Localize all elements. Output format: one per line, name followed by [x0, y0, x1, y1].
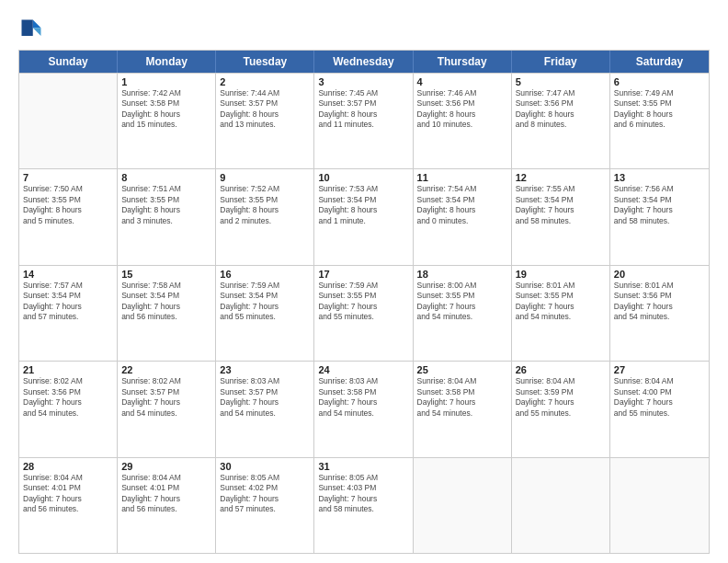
- day-info: Sunrise: 8:03 AM Sunset: 3:57 PM Dayligh…: [220, 376, 310, 419]
- day-number: 13: [614, 172, 705, 183]
- day-number: 3: [318, 76, 408, 87]
- weekday-header: Friday: [512, 51, 610, 73]
- calendar: SundayMondayTuesdayWednesdayThursdayFrid…: [18, 50, 710, 554]
- day-number: 25: [417, 364, 507, 375]
- day-number: 8: [121, 172, 211, 183]
- calendar-empty-cell: [512, 458, 610, 553]
- calendar-day-7: 7Sunrise: 7:50 AM Sunset: 3:55 PM Daylig…: [19, 169, 118, 264]
- calendar-week: 1Sunrise: 7:42 AM Sunset: 3:58 PM Daylig…: [19, 73, 709, 168]
- day-info: Sunrise: 7:42 AM Sunset: 3:58 PM Dayligh…: [121, 88, 211, 131]
- calendar-week: 14Sunrise: 7:57 AM Sunset: 3:54 PM Dayli…: [19, 265, 709, 361]
- day-info: Sunrise: 8:02 AM Sunset: 3:56 PM Dayligh…: [23, 376, 113, 419]
- calendar-day-30: 30Sunrise: 8:05 AM Sunset: 4:02 PM Dayli…: [216, 458, 314, 553]
- day-info: Sunrise: 7:47 AM Sunset: 3:56 PM Dayligh…: [516, 88, 606, 131]
- day-info: Sunrise: 8:05 AM Sunset: 4:03 PM Dayligh…: [318, 473, 408, 515]
- calendar-week: 7Sunrise: 7:50 AM Sunset: 3:55 PM Daylig…: [19, 168, 709, 264]
- day-info: Sunrise: 7:56 AM Sunset: 3:54 PM Dayligh…: [614, 184, 705, 226]
- day-number: 11: [417, 172, 507, 183]
- day-info: Sunrise: 7:54 AM Sunset: 3:54 PM Dayligh…: [417, 184, 507, 226]
- weekday-header: Wednesday: [314, 51, 413, 73]
- day-info: Sunrise: 7:58 AM Sunset: 3:54 PM Dayligh…: [121, 281, 211, 323]
- calendar-day-16: 16Sunrise: 7:59 AM Sunset: 3:54 PM Dayli…: [216, 266, 314, 361]
- calendar-day-26: 26Sunrise: 8:04 AM Sunset: 3:59 PM Dayli…: [512, 362, 610, 456]
- calendar-day-23: 23Sunrise: 8:03 AM Sunset: 3:57 PM Dayli…: [216, 362, 314, 456]
- calendar-day-31: 31Sunrise: 8:05 AM Sunset: 4:03 PM Dayli…: [314, 458, 413, 553]
- calendar-empty-cell: [19, 74, 118, 168]
- weekday-header: Monday: [118, 51, 216, 73]
- calendar-day-4: 4Sunrise: 7:46 AM Sunset: 3:56 PM Daylig…: [414, 74, 512, 168]
- day-number: 14: [23, 269, 113, 280]
- day-info: Sunrise: 8:01 AM Sunset: 3:55 PM Dayligh…: [516, 281, 606, 323]
- day-number: 23: [220, 364, 310, 375]
- day-info: Sunrise: 7:52 AM Sunset: 3:55 PM Dayligh…: [220, 184, 310, 226]
- day-info: Sunrise: 7:45 AM Sunset: 3:57 PM Dayligh…: [318, 88, 408, 131]
- day-number: 29: [121, 461, 211, 472]
- day-info: Sunrise: 8:03 AM Sunset: 3:58 PM Dayligh…: [318, 376, 408, 419]
- svg-marker-1: [33, 28, 41, 36]
- calendar-day-12: 12Sunrise: 7:55 AM Sunset: 3:54 PM Dayli…: [512, 169, 610, 264]
- day-info: Sunrise: 7:46 AM Sunset: 3:56 PM Dayligh…: [417, 88, 507, 131]
- day-number: 18: [417, 269, 507, 280]
- calendar-day-10: 10Sunrise: 7:53 AM Sunset: 3:54 PM Dayli…: [314, 169, 413, 264]
- calendar-day-5: 5Sunrise: 7:47 AM Sunset: 3:56 PM Daylig…: [512, 74, 610, 168]
- calendar-day-11: 11Sunrise: 7:54 AM Sunset: 3:54 PM Dayli…: [414, 169, 512, 264]
- day-number: 22: [121, 364, 211, 375]
- day-number: 30: [220, 461, 310, 472]
- day-info: Sunrise: 8:05 AM Sunset: 4:02 PM Dayligh…: [220, 473, 310, 515]
- calendar-day-8: 8Sunrise: 7:51 AM Sunset: 3:55 PM Daylig…: [118, 169, 216, 264]
- weekday-header: Saturday: [610, 51, 709, 73]
- calendar-day-9: 9Sunrise: 7:52 AM Sunset: 3:55 PM Daylig…: [216, 169, 314, 264]
- calendar-day-28: 28Sunrise: 8:04 AM Sunset: 4:01 PM Dayli…: [19, 458, 118, 553]
- weekday-header: Thursday: [414, 51, 512, 73]
- calendar-day-29: 29Sunrise: 8:04 AM Sunset: 4:01 PM Dayli…: [118, 458, 216, 553]
- day-number: 21: [23, 364, 113, 375]
- calendar-day-1: 1Sunrise: 7:42 AM Sunset: 3:58 PM Daylig…: [118, 74, 216, 168]
- day-number: 16: [220, 269, 310, 280]
- day-info: Sunrise: 8:04 AM Sunset: 3:58 PM Dayligh…: [417, 376, 507, 419]
- day-number: 20: [614, 269, 705, 280]
- calendar-day-24: 24Sunrise: 8:03 AM Sunset: 3:58 PM Dayli…: [314, 362, 413, 456]
- day-info: Sunrise: 8:04 AM Sunset: 4:01 PM Dayligh…: [23, 473, 113, 515]
- day-number: 1: [121, 76, 211, 87]
- day-info: Sunrise: 8:04 AM Sunset: 3:59 PM Dayligh…: [516, 376, 606, 419]
- day-number: 28: [23, 461, 113, 472]
- day-info: Sunrise: 7:50 AM Sunset: 3:55 PM Dayligh…: [23, 184, 113, 226]
- day-info: Sunrise: 8:00 AM Sunset: 3:55 PM Dayligh…: [417, 281, 507, 323]
- day-number: 31: [318, 461, 408, 472]
- day-info: Sunrise: 7:55 AM Sunset: 3:54 PM Dayligh…: [516, 184, 606, 226]
- day-number: 10: [318, 172, 408, 183]
- calendar-empty-cell: [414, 458, 512, 553]
- calendar-day-2: 2Sunrise: 7:44 AM Sunset: 3:57 PM Daylig…: [216, 74, 314, 168]
- day-number: 9: [220, 172, 310, 183]
- logo: [18, 17, 48, 42]
- calendar-day-27: 27Sunrise: 8:04 AM Sunset: 4:00 PM Dayli…: [610, 362, 709, 456]
- day-info: Sunrise: 7:59 AM Sunset: 3:55 PM Dayligh…: [318, 281, 408, 323]
- day-info: Sunrise: 7:49 AM Sunset: 3:55 PM Dayligh…: [614, 88, 705, 131]
- day-info: Sunrise: 8:01 AM Sunset: 3:56 PM Dayligh…: [614, 281, 705, 323]
- day-number: 12: [516, 172, 606, 183]
- day-number: 6: [614, 76, 705, 87]
- day-number: 15: [121, 269, 211, 280]
- svg-rect-2: [22, 20, 33, 37]
- calendar-day-21: 21Sunrise: 8:02 AM Sunset: 3:56 PM Dayli…: [19, 362, 118, 456]
- day-number: 17: [318, 269, 408, 280]
- calendar-day-15: 15Sunrise: 7:58 AM Sunset: 3:54 PM Dayli…: [118, 266, 216, 361]
- calendar-week: 21Sunrise: 8:02 AM Sunset: 3:56 PM Dayli…: [19, 361, 709, 456]
- day-number: 26: [516, 364, 606, 375]
- day-number: 7: [23, 172, 113, 183]
- calendar-day-17: 17Sunrise: 7:59 AM Sunset: 3:55 PM Dayli…: [314, 266, 413, 361]
- calendar-week: 28Sunrise: 8:04 AM Sunset: 4:01 PM Dayli…: [19, 457, 709, 553]
- calendar-day-19: 19Sunrise: 8:01 AM Sunset: 3:55 PM Dayli…: [512, 266, 610, 361]
- calendar-empty-cell: [610, 458, 709, 553]
- day-number: 5: [516, 76, 606, 87]
- weekday-header: Tuesday: [216, 51, 314, 73]
- calendar-day-3: 3Sunrise: 7:45 AM Sunset: 3:57 PM Daylig…: [314, 74, 413, 168]
- calendar-day-18: 18Sunrise: 8:00 AM Sunset: 3:55 PM Dayli…: [414, 266, 512, 361]
- calendar-day-14: 14Sunrise: 7:57 AM Sunset: 3:54 PM Dayli…: [19, 266, 118, 361]
- calendar-day-22: 22Sunrise: 8:02 AM Sunset: 3:57 PM Dayli…: [118, 362, 216, 456]
- logo-icon: [18, 17, 44, 42]
- weekday-header: Sunday: [19, 51, 118, 73]
- calendar-body: 1Sunrise: 7:42 AM Sunset: 3:58 PM Daylig…: [19, 73, 709, 553]
- calendar-day-6: 6Sunrise: 7:49 AM Sunset: 3:55 PM Daylig…: [610, 74, 709, 168]
- calendar-day-13: 13Sunrise: 7:56 AM Sunset: 3:54 PM Dayli…: [610, 169, 709, 264]
